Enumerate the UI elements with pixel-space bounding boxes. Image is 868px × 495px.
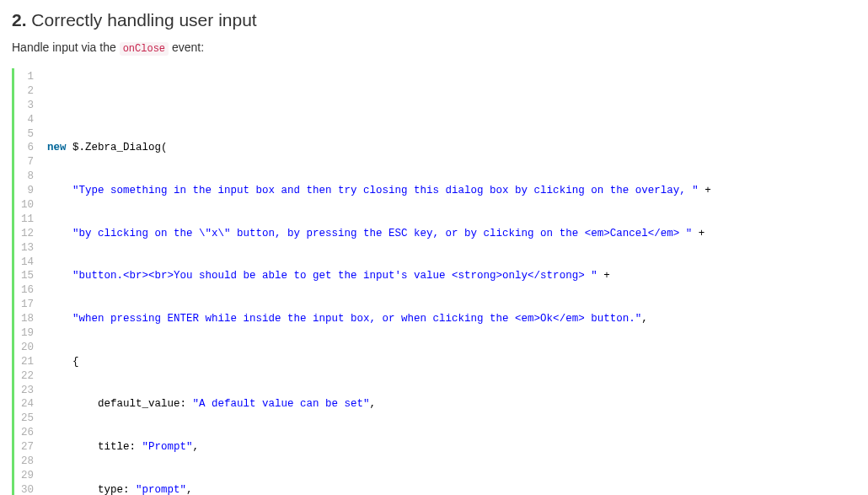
line-number: 9 xyxy=(21,184,34,198)
code-line: "by clicking on the \"x\" button, by pre… xyxy=(47,227,856,241)
line-number: 13 xyxy=(21,241,34,256)
code-line xyxy=(47,99,856,113)
line-number: 20 xyxy=(21,341,34,355)
code-line: "button.<br><br>You should be able to ge… xyxy=(47,269,856,283)
code-line: new $.Zebra_Dialog( xyxy=(47,141,856,155)
code-line: "Type something in the input box and the… xyxy=(47,184,856,198)
line-number: 30 xyxy=(21,483,34,495)
code-line: { xyxy=(47,355,856,369)
inline-code-onclose: onClose xyxy=(120,42,169,56)
intro-text: Handle input via the onClose event: xyxy=(12,40,856,55)
line-number: 23 xyxy=(21,384,34,398)
line-number: 27 xyxy=(21,440,34,455)
section-title: Correctly handling user input xyxy=(31,10,256,30)
line-number: 6 xyxy=(21,141,34,155)
line-number: 7 xyxy=(21,155,34,169)
line-number: 24 xyxy=(21,397,34,412)
line-number: 26 xyxy=(21,426,34,440)
code-line: default_value: "A default value can be s… xyxy=(47,397,856,412)
line-number: 25 xyxy=(21,412,34,426)
line-number: 18 xyxy=(21,312,34,326)
line-number: 11 xyxy=(21,213,34,227)
intro-suffix: event: xyxy=(172,40,204,54)
code-content[interactable]: new $.Zebra_Dialog( "Type something in t… xyxy=(39,68,856,495)
line-number: 17 xyxy=(21,298,34,312)
line-number: 4 xyxy=(21,113,34,127)
code-line: title: "Prompt", xyxy=(47,440,856,455)
line-number: 28 xyxy=(21,455,34,469)
line-number: 3 xyxy=(21,99,34,113)
section-number: 2. xyxy=(12,10,27,30)
line-number: 10 xyxy=(21,198,34,213)
line-number: 16 xyxy=(21,283,34,298)
line-number: 14 xyxy=(21,256,34,270)
code-line: "when pressing ENTER while inside the in… xyxy=(47,312,856,326)
line-number: 29 xyxy=(21,469,34,483)
section-heading: 2. Correctly handling user input xyxy=(12,10,856,30)
line-number: 15 xyxy=(21,269,34,283)
code-block: 1234567891011121314151617181920212223242… xyxy=(12,68,856,495)
line-number: 2 xyxy=(21,84,34,99)
line-number: 1 xyxy=(21,70,34,84)
line-number: 5 xyxy=(21,127,34,142)
line-number: 8 xyxy=(21,169,34,184)
line-number: 21 xyxy=(21,355,34,369)
line-number: 22 xyxy=(21,369,34,384)
code-line: type: "prompt", xyxy=(47,483,856,495)
line-number-gutter: 1234567891011121314151617181920212223242… xyxy=(14,68,39,495)
line-number: 12 xyxy=(21,227,34,241)
intro-prefix: Handle input via the xyxy=(12,40,120,54)
line-number: 19 xyxy=(21,326,34,341)
